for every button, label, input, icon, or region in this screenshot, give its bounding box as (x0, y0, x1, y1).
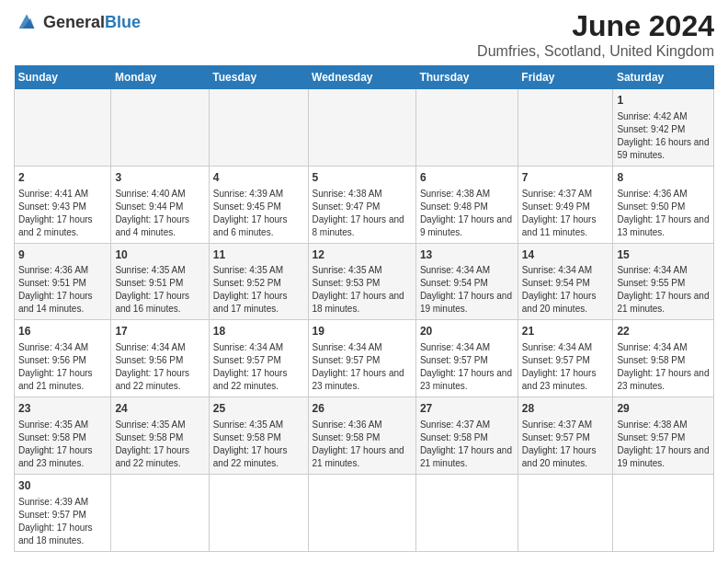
day-detail: Sunrise: 4:35 AM Sunset: 9:58 PM Dayligh… (213, 419, 304, 470)
calendar-day-cell: 25Sunrise: 4:35 AM Sunset: 9:58 PM Dayli… (209, 397, 308, 475)
calendar-day-cell: 11Sunrise: 4:35 AM Sunset: 9:52 PM Dayli… (209, 243, 308, 320)
calendar-table: SundayMondayTuesdayWednesdayThursdayFrid… (14, 65, 714, 552)
day-number: 23 (18, 401, 107, 417)
calendar-week-row: 16Sunrise: 4:34 AM Sunset: 9:56 PM Dayli… (15, 320, 714, 397)
calendar-day-cell: 8Sunrise: 4:36 AM Sunset: 9:50 PM Daylig… (613, 166, 714, 243)
calendar-day-cell (415, 474, 518, 551)
day-number: 1 (617, 93, 710, 109)
day-detail: Sunrise: 4:34 AM Sunset: 9:55 PM Dayligh… (617, 264, 710, 316)
calendar-day-cell: 3Sunrise: 4:40 AM Sunset: 9:44 PM Daylig… (111, 166, 209, 243)
day-number: 27 (420, 401, 514, 417)
day-detail: Sunrise: 4:42 AM Sunset: 9:42 PM Dayligh… (617, 110, 710, 162)
calendar-day-cell: 9Sunrise: 4:36 AM Sunset: 9:51 PM Daylig… (15, 243, 111, 320)
day-number: 17 (115, 324, 204, 339)
calendar-day-cell: 27Sunrise: 4:37 AM Sunset: 9:58 PM Dayli… (415, 397, 518, 475)
calendar-day-cell (111, 89, 209, 166)
day-number: 21 (522, 324, 609, 339)
day-detail: Sunrise: 4:34 AM Sunset: 9:57 PM Dayligh… (313, 341, 412, 393)
day-detail: Sunrise: 4:34 AM Sunset: 9:57 PM Dayligh… (213, 341, 304, 393)
calendar-day-cell (613, 474, 714, 551)
day-detail: Sunrise: 4:35 AM Sunset: 9:58 PM Dayligh… (18, 419, 107, 470)
calendar-day-cell: 18Sunrise: 4:34 AM Sunset: 9:57 PM Dayli… (209, 320, 308, 397)
column-header-sunday: Sunday (15, 65, 111, 89)
day-number: 16 (18, 324, 107, 339)
day-number: 4 (213, 170, 304, 186)
day-number: 9 (18, 247, 107, 263)
calendar-week-row: 1Sunrise: 4:42 AM Sunset: 9:42 PM Daylig… (15, 89, 714, 166)
day-number: 10 (115, 247, 204, 263)
calendar-day-cell (111, 474, 209, 551)
day-detail: Sunrise: 4:38 AM Sunset: 9:47 PM Dayligh… (313, 188, 412, 239)
day-detail: Sunrise: 4:34 AM Sunset: 9:57 PM Dayligh… (420, 341, 514, 393)
calendar-week-row: 23Sunrise: 4:35 AM Sunset: 9:58 PM Dayli… (15, 397, 714, 475)
calendar-day-cell: 4Sunrise: 4:39 AM Sunset: 9:45 PM Daylig… (209, 166, 308, 243)
calendar-week-row: 30Sunrise: 4:39 AM Sunset: 9:57 PM Dayli… (15, 474, 714, 551)
column-header-tuesday: Tuesday (209, 65, 308, 89)
calendar-day-cell: 23Sunrise: 4:35 AM Sunset: 9:58 PM Dayli… (15, 397, 111, 475)
day-detail: Sunrise: 4:36 AM Sunset: 9:50 PM Dayligh… (617, 188, 710, 239)
day-detail: Sunrise: 4:38 AM Sunset: 9:57 PM Dayligh… (617, 419, 710, 470)
day-detail: Sunrise: 4:40 AM Sunset: 9:44 PM Dayligh… (115, 188, 204, 239)
day-number: 29 (617, 401, 710, 417)
calendar-day-cell (308, 474, 415, 551)
day-number: 26 (313, 401, 412, 417)
calendar-week-row: 9Sunrise: 4:36 AM Sunset: 9:51 PM Daylig… (15, 243, 714, 320)
day-detail: Sunrise: 4:34 AM Sunset: 9:57 PM Dayligh… (522, 341, 609, 393)
logo-text: GeneralBlue (43, 13, 141, 32)
day-number: 3 (115, 170, 204, 186)
day-number: 20 (420, 324, 514, 339)
calendar-day-cell: 6Sunrise: 4:38 AM Sunset: 9:48 PM Daylig… (415, 166, 518, 243)
calendar-day-cell (308, 89, 415, 166)
day-number: 30 (18, 478, 107, 494)
day-detail: Sunrise: 4:34 AM Sunset: 9:54 PM Dayligh… (420, 264, 514, 316)
day-detail: Sunrise: 4:35 AM Sunset: 9:53 PM Dayligh… (313, 264, 412, 316)
day-number: 7 (522, 170, 609, 186)
calendar-day-cell (15, 89, 111, 166)
page-title: June 2024 (477, 9, 714, 43)
calendar-day-cell: 1Sunrise: 4:42 AM Sunset: 9:42 PM Daylig… (613, 89, 714, 166)
day-number: 14 (522, 247, 609, 263)
calendar-day-cell (209, 474, 308, 551)
column-header-friday: Friday (518, 65, 613, 89)
day-detail: Sunrise: 4:35 AM Sunset: 9:58 PM Dayligh… (115, 419, 204, 470)
day-detail: Sunrise: 4:34 AM Sunset: 9:56 PM Dayligh… (18, 341, 107, 393)
day-number: 22 (617, 324, 710, 339)
day-number: 8 (617, 170, 710, 186)
day-detail: Sunrise: 4:37 AM Sunset: 9:49 PM Dayligh… (522, 188, 609, 239)
calendar-day-cell: 21Sunrise: 4:34 AM Sunset: 9:57 PM Dayli… (518, 320, 613, 397)
calendar-day-cell (415, 89, 518, 166)
column-header-monday: Monday (111, 65, 209, 89)
day-detail: Sunrise: 4:37 AM Sunset: 9:57 PM Dayligh… (522, 419, 609, 470)
column-header-wednesday: Wednesday (308, 65, 415, 89)
day-detail: Sunrise: 4:34 AM Sunset: 9:58 PM Dayligh… (617, 341, 710, 393)
calendar-day-cell: 28Sunrise: 4:37 AM Sunset: 9:57 PM Dayli… (518, 397, 613, 475)
calendar-week-row: 2Sunrise: 4:41 AM Sunset: 9:43 PM Daylig… (15, 166, 714, 243)
logo: GeneralBlue (14, 9, 141, 35)
calendar-day-cell: 13Sunrise: 4:34 AM Sunset: 9:54 PM Dayli… (415, 243, 518, 320)
day-number: 25 (213, 401, 304, 417)
calendar-day-cell: 10Sunrise: 4:35 AM Sunset: 9:51 PM Dayli… (111, 243, 209, 320)
calendar-day-cell: 22Sunrise: 4:34 AM Sunset: 9:58 PM Dayli… (613, 320, 714, 397)
column-header-saturday: Saturday (613, 65, 714, 89)
calendar-day-cell: 14Sunrise: 4:34 AM Sunset: 9:54 PM Dayli… (518, 243, 613, 320)
calendar-day-cell (209, 89, 308, 166)
day-number: 11 (213, 247, 304, 263)
calendar-day-cell: 24Sunrise: 4:35 AM Sunset: 9:58 PM Dayli… (111, 397, 209, 475)
day-number: 13 (420, 247, 514, 263)
day-number: 18 (213, 324, 304, 339)
calendar-day-cell: 26Sunrise: 4:36 AM Sunset: 9:58 PM Dayli… (308, 397, 415, 475)
day-number: 5 (313, 170, 412, 186)
title-area: June 2024 Dumfries, Scotland, United Kin… (477, 9, 714, 60)
calendar-day-cell: 12Sunrise: 4:35 AM Sunset: 9:53 PM Dayli… (308, 243, 415, 320)
day-detail: Sunrise: 4:37 AM Sunset: 9:58 PM Dayligh… (420, 419, 514, 470)
calendar-day-cell: 16Sunrise: 4:34 AM Sunset: 9:56 PM Dayli… (15, 320, 111, 397)
calendar-day-cell: 29Sunrise: 4:38 AM Sunset: 9:57 PM Dayli… (613, 397, 714, 475)
calendar-day-cell: 17Sunrise: 4:34 AM Sunset: 9:56 PM Dayli… (111, 320, 209, 397)
calendar-day-cell: 7Sunrise: 4:37 AM Sunset: 9:49 PM Daylig… (518, 166, 613, 243)
day-number: 28 (522, 401, 609, 417)
day-detail: Sunrise: 4:36 AM Sunset: 9:58 PM Dayligh… (313, 419, 412, 470)
calendar-day-cell: 2Sunrise: 4:41 AM Sunset: 9:43 PM Daylig… (15, 166, 111, 243)
day-number: 19 (313, 324, 412, 339)
day-detail: Sunrise: 4:34 AM Sunset: 9:56 PM Dayligh… (115, 341, 204, 393)
calendar-day-cell (518, 89, 613, 166)
